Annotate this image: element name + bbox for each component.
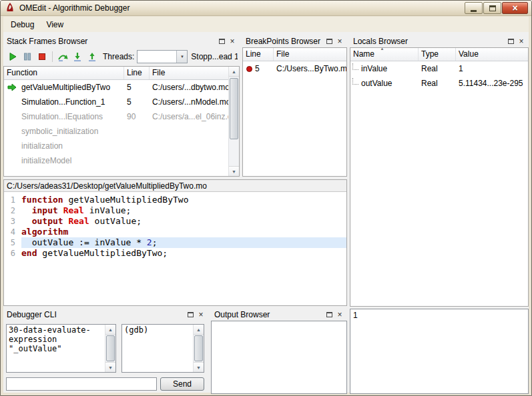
line-number: 4: [4, 227, 21, 237]
frame-function-text: symbolic_initialization: [21, 127, 98, 136]
column-line[interactable]: Line: [124, 67, 150, 79]
output-float-button[interactable]: [324, 310, 334, 319]
column-value[interactable]: Value: [456, 48, 528, 61]
step-return-button[interactable]: [85, 49, 99, 64]
omedit-window: OMEdit - Algorithmic Debugger × Debug Vi…: [0, 0, 532, 396]
frame-function: initialization: [4, 139, 124, 153]
code-line[interactable]: 3 output Real outValue;: [4, 216, 346, 227]
maximize-button[interactable]: [483, 2, 501, 14]
scroll-down-icon[interactable]: ▼: [105, 362, 115, 372]
frame-file: C:/users/...dbytwo.mo: [150, 83, 228, 92]
breakpoints-table: Line File 5C:/Users...ByTwo.mo: [242, 47, 347, 177]
code-line[interactable]: 5 outValue := inValue * 2;: [4, 237, 346, 248]
close-button[interactable]: ×: [502, 2, 528, 14]
code-line[interactable]: 6end getValueMultipliedByTwo;: [4, 248, 346, 259]
locals-row[interactable]: inValueReal1: [350, 61, 528, 76]
cli-response-scrollbar[interactable]: ▲ ▼: [193, 325, 204, 372]
frame-function-text: Simulation...lEquations: [21, 112, 103, 121]
frame-function: getValueMultipliedByTwo: [4, 80, 124, 95]
cli-header: Debugger CLI ×: [3, 309, 208, 321]
scroll-up-icon[interactable]: ▲: [229, 67, 239, 77]
stack-frame-row[interactable]: Simulation...Function_15C:/users/...nMod…: [4, 95, 228, 109]
column-file[interactable]: File: [150, 67, 228, 79]
scroll-down-icon[interactable]: ▼: [229, 166, 239, 176]
stack-frame-row[interactable]: Simulation...lEquations90C:/users/a...el…: [4, 109, 228, 124]
stack-frame-row[interactable]: initializeModel: [4, 153, 228, 168]
cli-command-history[interactable]: 30-data-evaluate-expression "_outValue" …: [6, 324, 116, 373]
line-number: 3: [4, 216, 21, 227]
output-close-button[interactable]: ×: [334, 310, 345, 319]
float-icon: [326, 39, 332, 44]
menubar: Debug View: [3, 17, 529, 32]
column-type[interactable]: Type: [419, 48, 456, 61]
scroll-thumb[interactable]: [230, 78, 238, 139]
stop-button[interactable]: [35, 49, 49, 64]
code-editor-panel: C:/Users/adeas31/Desktop/getValueMultipl…: [3, 179, 347, 306]
locals-float-button[interactable]: [505, 37, 516, 46]
threads-label: Threads:: [103, 52, 134, 61]
tree-branch-icon: [352, 78, 358, 85]
titlebar[interactable]: OMEdit - Algorithmic Debugger ×: [1, 1, 531, 16]
stack-frames-float-button[interactable]: [216, 37, 227, 46]
column-line[interactable]: Line: [243, 48, 274, 61]
cli-response-view[interactable]: (gdb) ▲ ▼: [121, 324, 204, 373]
menu-debug[interactable]: Debug: [5, 18, 40, 31]
local-type: Real: [419, 79, 456, 88]
output-content[interactable]: [211, 321, 347, 394]
close-icon: ×: [337, 311, 342, 319]
cli-close-button[interactable]: ×: [196, 310, 206, 319]
scroll-thumb[interactable]: [194, 335, 203, 361]
menu-view[interactable]: View: [40, 18, 69, 31]
locals-rows: inValueReal1outValueReal5.11434...23e-29…: [350, 61, 528, 306]
locals-row[interactable]: outValueReal5.11434...23e-295: [350, 76, 528, 91]
step-return-icon: [87, 52, 97, 62]
step-into-button[interactable]: [70, 49, 85, 64]
stack-frames-browser: Stack Frames Browser ×: [3, 35, 240, 177]
breakpoint-row[interactable]: 5C:/Users...ByTwo.mo: [243, 61, 346, 76]
interrupt-button[interactable]: [20, 49, 35, 64]
scroll-down-icon[interactable]: ▼: [194, 362, 204, 372]
scroll-up-icon[interactable]: ▲: [105, 325, 115, 335]
locals-value-viewer[interactable]: 1: [350, 309, 529, 394]
stack-frame-row[interactable]: getValueMultipliedByTwo5C:/users/...dbyt…: [4, 80, 228, 95]
code-line[interactable]: 4algorithm: [4, 227, 346, 237]
column-file[interactable]: File: [274, 48, 346, 61]
stop-icon: [37, 52, 47, 61]
step-over-button[interactable]: [55, 49, 70, 64]
code-editor[interactable]: 1function getValueMultipliedByTwo2 input…: [4, 193, 346, 305]
resume-button[interactable]: [5, 49, 20, 64]
stack-frame-row[interactable]: symbolic_initialization: [4, 124, 228, 139]
file-path-header: C:/Users/adeas31/Desktop/getValueMultipl…: [4, 180, 346, 192]
threads-combobox[interactable]: ▼: [137, 50, 188, 63]
stack-frame-row[interactable]: initialization: [4, 139, 228, 153]
column-name[interactable]: ▲Name: [350, 48, 419, 61]
scroll-up-icon[interactable]: ▲: [194, 325, 204, 335]
frame-file: C:/users/a...el_06inz.c: [150, 112, 228, 121]
threads-combobox-value: [138, 51, 176, 63]
frame-function-text: initialization: [21, 141, 63, 151]
code-line[interactable]: 2 input Real inValue;: [4, 205, 346, 216]
code-text: function getValueMultipliedByTwo: [21, 195, 346, 205]
cli-command-input[interactable]: [6, 377, 157, 391]
stack-frames-scrollbar[interactable]: ▲ ▼: [228, 67, 239, 176]
send-button[interactable]: Send: [160, 377, 204, 391]
code-line[interactable]: 1function getValueMultipliedByTwo: [4, 195, 346, 205]
minimize-button[interactable]: [465, 2, 483, 14]
local-name: inValue: [350, 63, 419, 75]
cli-response-text: (gdb): [122, 325, 192, 372]
breakpoints-float-button[interactable]: [324, 37, 334, 46]
frame-file: C:/users/...nModel.mo: [150, 97, 228, 107]
locals-title: Locals Browser: [353, 37, 505, 46]
window-controls: ×: [465, 2, 528, 14]
column-function[interactable]: Function: [4, 67, 124, 79]
step-into-icon: [72, 52, 83, 62]
maximize-icon: [489, 5, 496, 11]
code-text: algorithm: [21, 227, 346, 237]
cli-history-scrollbar[interactable]: ▲ ▼: [105, 325, 115, 372]
stack-frames-close-button[interactable]: ×: [227, 37, 238, 46]
scroll-thumb[interactable]: [106, 335, 115, 361]
locals-close-button[interactable]: ×: [516, 37, 527, 46]
cli-float-button[interactable]: [185, 310, 196, 319]
breakpoints-close-button[interactable]: ×: [334, 37, 345, 46]
line-number: 6: [4, 248, 21, 259]
